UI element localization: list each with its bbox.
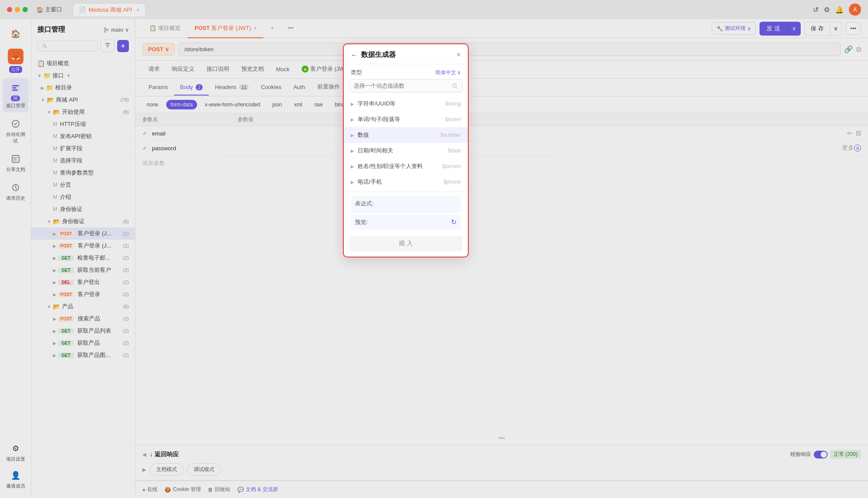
modal-item-date[interactable]: ▶ 日期/时间相关 $date [344,143,468,158]
modal-close-button[interactable]: × [456,50,461,59]
modal-title: 数据生成器 [361,50,456,59]
modal-item-phone[interactable]: ▶ 电话/手机 $phone [344,174,468,190]
modal-item-person[interactable]: ▶ 姓名/性别/职业等个人资料 $person [344,158,468,174]
modal-expr-section: 表达式: 预览: ↻ [344,191,468,231]
chevron-right-icon: ▶ [351,148,354,153]
modal-item-number[interactable]: ▶ 数值 $number [344,127,468,143]
modal-category-list: ▶ 字符串/UUID等 $string ▶ 单词/句子/段落等 $lorem ▶… [344,96,468,191]
chevron-right-icon: ▶ [351,180,354,185]
refresh-preview-icon[interactable]: ↻ [451,218,457,226]
modal-preview-area: 预览: ↻ [351,214,461,230]
chevron-right-icon: ▶ [351,102,354,106]
svg-point-10 [453,84,456,87]
modal-item-string[interactable]: ▶ 字符串/UUID等 $string [344,96,468,112]
chevron-right-icon: ▶ [351,117,354,122]
modal-search-box[interactable] [349,79,463,92]
modal-item-lorem[interactable]: ▶ 单词/句子/段落等 $lorem [344,112,468,127]
modal-type-row: 类型 简体中文 ∨ [344,64,468,79]
modal-expr-area: 表达式: [351,196,461,213]
modal-lang-selector[interactable]: 简体中文 ∨ [435,69,461,76]
chevron-right-icon: ▶ [351,133,354,138]
data-generator-modal: ← 数据生成器 × 类型 简体中文 ∨ ▶ 字符串/UUID等 $string … [343,43,469,257]
modal-type-label: 类型 [351,69,362,76]
modal-header: ← 数据生成器 × [344,44,468,64]
search-icon [452,83,458,89]
insert-button[interactable]: 插 入 [349,236,463,251]
chevron-right-icon: ▶ [351,164,354,169]
modal-back-button[interactable]: ← [351,51,358,59]
modal-search-input[interactable] [354,82,449,89]
